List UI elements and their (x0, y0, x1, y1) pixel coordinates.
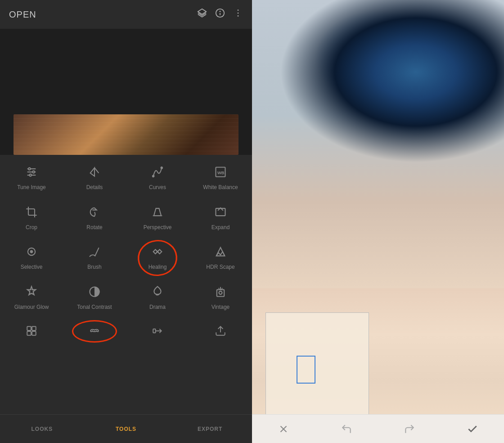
svg-marker-13 (90, 168, 94, 176)
svg-text:WB: WB (217, 171, 225, 175)
tool-gear-nav[interactable] (126, 318, 189, 350)
export-nav-icon (215, 325, 226, 339)
tool-looks-nav[interactable] (0, 318, 63, 350)
svg-point-4 (238, 9, 239, 11)
tonal-contrast-icon (88, 285, 101, 300)
svg-rect-43 (252, 0, 504, 288)
svg-point-32 (219, 291, 222, 294)
svg-point-12 (29, 174, 32, 176)
tool-mustache-nav[interactable] (63, 318, 126, 350)
tool-vintage[interactable]: Vintage (189, 278, 252, 318)
layers-icon[interactable] (197, 8, 207, 21)
svg-point-15 (153, 176, 154, 177)
svg-point-45 (320, 27, 464, 144)
bottom-nav-export-label: EXPORT (198, 426, 222, 432)
glamour-glow-icon (25, 285, 38, 300)
svg-point-11 (32, 171, 35, 173)
confirm-button[interactable] (467, 423, 478, 435)
svg-rect-34 (32, 327, 36, 331)
more-icon[interactable] (233, 8, 243, 21)
tool-tune-image[interactable]: Tune Image (0, 158, 63, 199)
white-balance-icon: WB (214, 166, 227, 181)
svg-line-22 (95, 248, 99, 256)
bottom-nav-tools[interactable]: TOOLS (84, 415, 168, 443)
undo-button[interactable] (341, 423, 352, 435)
tool-healing[interactable]: Healing (126, 238, 189, 278)
tonal-contrast-label: Tonal Contrast (77, 304, 112, 311)
svg-point-46 (351, 61, 414, 119)
svg-point-47 (360, 71, 400, 109)
preview-area (0, 29, 252, 155)
svg-rect-37 (153, 329, 155, 333)
right-panel (252, 0, 504, 443)
action-bar (252, 414, 504, 443)
crop-label: Crop (26, 224, 37, 231)
curves-icon (151, 166, 164, 181)
curves-label: Curves (149, 184, 166, 191)
tool-perspective[interactable]: Perspective (126, 199, 189, 239)
svg-line-14 (94, 168, 99, 173)
preview-image (14, 114, 238, 155)
bottom-nav-export[interactable]: EXPORT (168, 415, 252, 443)
tool-details[interactable]: Details (63, 158, 126, 199)
brush-label: Brush (87, 264, 101, 271)
tool-brush[interactable]: Brush (63, 238, 126, 278)
tools-grid: Tune Image Details Curves (0, 155, 252, 414)
expand-icon (214, 206, 227, 221)
cancel-button[interactable] (278, 423, 289, 435)
svg-point-16 (161, 167, 163, 169)
tune-image-label: Tune Image (17, 184, 46, 191)
tool-curves[interactable]: Curves (126, 158, 189, 199)
tool-export-nav[interactable] (189, 318, 252, 350)
white-balance-label: White Balance (203, 184, 238, 191)
tool-expand[interactable]: Expand (189, 199, 252, 239)
selective-label: Selective (21, 264, 43, 271)
drama-label: Drama (149, 304, 166, 311)
tool-white-balance[interactable]: WB White Balance (189, 158, 252, 199)
svg-point-51 (411, 195, 417, 201)
tool-drama[interactable]: Drama (126, 278, 189, 318)
perspective-label: Perspective (144, 224, 172, 231)
svg-point-21 (31, 251, 33, 253)
top-bar: OPEN (0, 0, 252, 29)
details-icon (88, 166, 101, 181)
left-panel: OPEN (0, 0, 252, 443)
svg-point-52 (413, 197, 415, 199)
svg-point-6 (238, 15, 239, 17)
info-icon[interactable] (215, 8, 225, 21)
tool-tonal-contrast[interactable]: Tonal Contrast (63, 278, 126, 318)
svg-rect-33 (27, 327, 31, 331)
svg-point-49 (378, 59, 414, 89)
healing-icon (151, 245, 164, 260)
drama-icon (151, 285, 164, 300)
healing-label: Healing (148, 264, 167, 271)
tool-rotate[interactable]: Rotate (63, 199, 126, 239)
svg-point-10 (28, 168, 31, 170)
bottom-nav-looks[interactable]: LOOKS (0, 415, 84, 443)
svg-point-5 (238, 13, 239, 14)
tool-crop[interactable]: Crop (0, 199, 63, 239)
hdr-scape-label: HDR Scape (206, 264, 234, 271)
perspective-icon (151, 206, 164, 221)
tools-nav-icon (89, 325, 100, 339)
tool-selective[interactable]: Selective (0, 238, 63, 278)
crop-icon (25, 206, 38, 221)
redo-button[interactable] (404, 423, 415, 435)
vintage-label: Vintage (212, 304, 230, 311)
tool-glamour-glow[interactable]: Glamour Glow (0, 278, 63, 318)
expand-label: Expand (212, 224, 230, 231)
selective-icon (25, 245, 38, 260)
bottom-nav-looks-label: LOOKS (32, 426, 53, 432)
bottom-nav-tools-label: TOOLS (116, 426, 136, 432)
svg-rect-19 (216, 208, 225, 215)
glamour-glow-label: Glamour Glow (14, 304, 49, 311)
bottom-nav: LOOKS TOOLS EXPORT (0, 414, 252, 443)
thumbnail-cursor (297, 356, 315, 384)
hdr-scape-icon (214, 245, 227, 260)
tool-hdr-scape[interactable]: HDR Scape (189, 238, 252, 278)
eye-image (252, 0, 504, 288)
svg-rect-36 (32, 331, 36, 335)
looks-nav-icon (26, 325, 37, 339)
svg-rect-35 (27, 331, 31, 335)
vintage-icon (214, 285, 227, 300)
